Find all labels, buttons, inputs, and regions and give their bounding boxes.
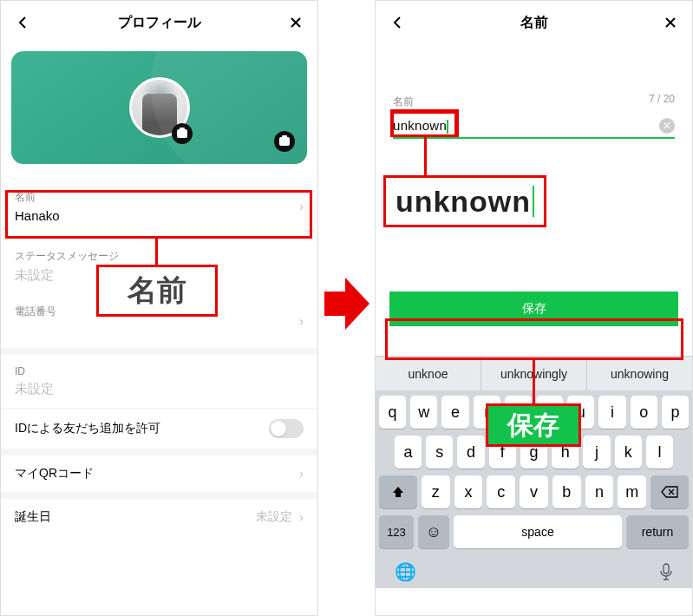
id-allow-row[interactable]: IDによる友だち追加を許可 [1, 409, 317, 449]
chevron-icon: › [299, 314, 304, 328]
key-c[interactable]: c [487, 475, 515, 508]
header: プロフィール [1, 1, 317, 44]
key-row: zxcvbnm [379, 475, 689, 508]
globe-icon[interactable]: 🌐 [395, 561, 416, 582]
key-l[interactable]: l [646, 436, 673, 469]
key-s[interactable]: s [426, 436, 453, 469]
divider [1, 348, 317, 355]
key-n[interactable]: n [585, 475, 614, 508]
key-row: 123 ☺ space return [379, 515, 689, 548]
highlight-name-row [5, 190, 312, 239]
profile-screen: プロフィール 名前 Hanako › ステータスメッセージ 未設定 電話番号 [0, 0, 318, 616]
key-x[interactable]: x [454, 475, 483, 508]
qr-row[interactable]: マイQRコード › [1, 455, 317, 492]
suggestion[interactable]: unknowing [587, 357, 692, 390]
numbers-key[interactable]: 123 [379, 515, 414, 548]
qr-label: マイQRコード [15, 466, 94, 482]
id-row[interactable]: ID 未設定 [1, 355, 317, 408]
header: 名前 [376, 1, 692, 44]
back-icon[interactable] [13, 13, 32, 32]
page-title: プロフィール [32, 14, 286, 32]
clear-icon[interactable]: ✕ [659, 118, 675, 134]
key-m[interactable]: m [618, 475, 646, 508]
key-w[interactable]: w [410, 396, 437, 429]
key-d[interactable]: d [457, 436, 484, 469]
phone-value [15, 323, 56, 337]
field-label: 名前 [393, 95, 675, 109]
key-b[interactable]: b [552, 475, 581, 508]
emoji-key[interactable]: ☺ [418, 515, 449, 548]
return-key[interactable]: return [626, 515, 689, 548]
bday-value: 未設定 [256, 509, 292, 525]
key-a[interactable]: a [395, 436, 422, 469]
id-allow-label: IDによる友だち追加を許可 [15, 421, 160, 436]
bday-row[interactable]: 誕生日 未設定 › [1, 499, 317, 535]
space-key[interactable]: space [454, 515, 622, 548]
chevron-icon: › [299, 510, 304, 524]
close-icon[interactable] [661, 13, 680, 32]
key-v[interactable]: v [520, 475, 548, 508]
divider [1, 492, 317, 499]
close-icon[interactable] [286, 13, 305, 32]
key-k[interactable]: k [615, 436, 642, 469]
key-q[interactable]: q [379, 396, 406, 429]
key-z[interactable]: z [422, 475, 450, 508]
callout-unknown: unknown [383, 175, 546, 227]
key-p[interactable]: p [662, 396, 689, 429]
connector-line [155, 236, 158, 267]
keyboard-bottom-bar: 🌐 [379, 555, 689, 585]
key-o[interactable]: o [631, 396, 657, 429]
key-e[interactable]: e [441, 396, 468, 429]
suggestion[interactable]: unknoe [376, 357, 481, 390]
page-title: 名前 [407, 14, 661, 32]
name-edit-screen: 名前 名前 7 / 20 unknown ✕ 保存 unknoe unknowi… [375, 0, 693, 616]
char-counter: 7 / 20 [649, 93, 675, 105]
camera-cover-icon[interactable] [274, 131, 295, 152]
backspace-key[interactable] [651, 475, 689, 508]
key-j[interactable]: j [583, 436, 610, 469]
key-i[interactable]: i [598, 396, 625, 429]
callout-save: 保存 [486, 403, 581, 447]
connector-line [533, 357, 535, 406]
id-label: ID [15, 365, 304, 377]
avatar[interactable] [129, 77, 190, 138]
mic-icon[interactable] [659, 563, 673, 580]
divider [1, 449, 317, 455]
back-icon[interactable] [388, 13, 407, 32]
highlight-input-box [390, 109, 459, 137]
camera-avatar-icon[interactable] [172, 123, 193, 144]
chevron-icon: › [299, 467, 304, 481]
arrow-icon [324, 278, 371, 330]
cover-image [11, 51, 307, 164]
phone-label: 電話番号 [15, 305, 56, 319]
svg-rect-0 [664, 564, 669, 573]
highlight-save-button [385, 318, 683, 360]
status-label: ステータスメッセージ [15, 249, 304, 264]
callout-name: 名前 [96, 265, 218, 317]
bday-label: 誕生日 [15, 509, 51, 525]
shift-key[interactable] [379, 475, 417, 508]
id-value: 未設定 [15, 381, 304, 397]
connector-line [424, 134, 427, 178]
id-allow-toggle[interactable] [269, 419, 304, 438]
